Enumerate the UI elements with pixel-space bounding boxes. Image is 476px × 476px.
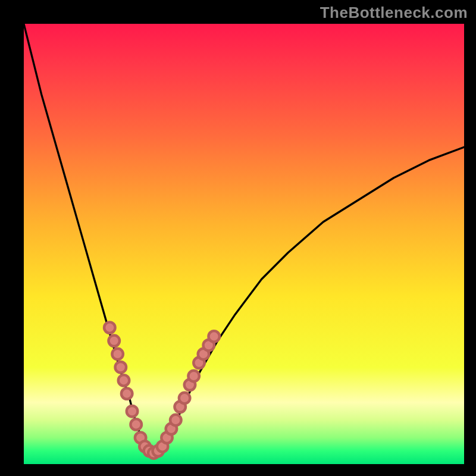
- data-point-marker: [208, 331, 220, 342]
- data-point-marker: [115, 362, 127, 373]
- data-point-marker: [104, 322, 115, 333]
- data-point-marker: [130, 419, 142, 430]
- data-point-marker: [121, 388, 133, 399]
- watermark-label: TheBottleneck.com: [320, 4, 468, 22]
- bottleneck-curve: [24, 24, 464, 464]
- data-point-marker: [118, 375, 130, 386]
- chart-frame: TheBottleneck.com: [0, 0, 476, 476]
- plot-area: [24, 24, 464, 464]
- data-point-marker: [127, 406, 138, 417]
- data-point-marker: [188, 371, 199, 382]
- data-point-marker: [170, 415, 181, 426]
- data-point-marker: [179, 393, 190, 404]
- data-point-marker: [108, 336, 120, 347]
- data-point-marker: [112, 349, 123, 360]
